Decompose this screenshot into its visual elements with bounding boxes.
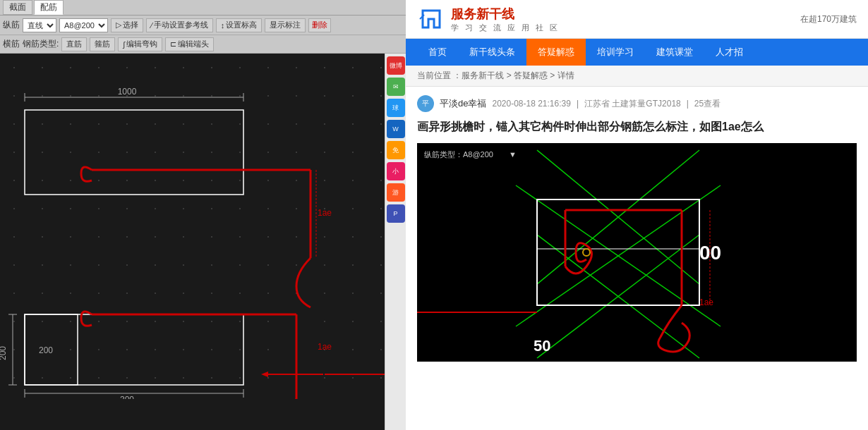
line-icon: ⁄ — [151, 21, 152, 30]
select-button[interactable]: ▷ 选择 — [111, 18, 143, 32]
nav-home[interactable]: 首页 — [417, 39, 458, 66]
straight-rebar-button[interactable]: 直筋 — [61, 37, 87, 51]
web-panel: 服务新干线 学 习 交 流 应 用 社 区 在超170万建筑 首页 新干线头条 … — [406, 0, 868, 430]
svg-text:300: 300 — [120, 395, 134, 399]
cad-toolbar-row1: 纵筋 直线 A8@200 ▷ 选择 ⁄ 手动设置参考线 ↕ 设置标高 显示标注 … — [0, 16, 406, 35]
separator1: | — [577, 99, 579, 109]
heng-label: 横筋 — [3, 38, 20, 50]
svg-text:1000: 1000 — [118, 87, 137, 97]
breadcrumb: 当前位置 ：服务新干线 > 答疑解惑 > 详情 — [406, 66, 868, 87]
email-icon[interactable]: ✉ — [387, 78, 405, 96]
edit-hook-button[interactable]: ∫ 编辑弯钩 — [118, 37, 162, 51]
tab-section[interactable]: 截面 — [3, 0, 32, 15]
delete-button[interactable]: 删除 — [308, 18, 331, 32]
stirrup-button[interactable]: 箍筋 — [90, 37, 115, 51]
post-views: 25查看 — [694, 98, 721, 110]
brand-subtitle: 学 习 交 流 应 用 社 区 — [451, 23, 560, 33]
nav-classroom[interactable]: 建筑课堂 — [645, 39, 704, 66]
world-icon[interactable]: 球 — [387, 99, 405, 117]
type-select[interactable]: 直线 — [23, 18, 56, 32]
game-icon[interactable]: 游 — [387, 183, 405, 202]
type-label2: 钢筋类型: — [23, 38, 59, 50]
web-nav: 首页 新干线头条 答疑解惑 培训学习 建筑课堂 人才招 — [406, 39, 868, 66]
svg-rect-28 — [417, 143, 857, 362]
svg-text:1ae: 1ae — [699, 297, 713, 307]
post-title: 画异形挑檐时，锚入其它构件时伸出部分钢筋怎么标注，如图1ae怎么 — [417, 119, 857, 135]
web-content: 平 平淡de幸福 2020-08-18 21:16:39 | 江苏省 土建算量G… — [406, 87, 868, 430]
xiaohongshu-icon[interactable]: 小 — [387, 162, 405, 180]
nav-talent[interactable]: 人才招 — [704, 39, 754, 66]
nav-qa[interactable]: 答疑解惑 — [526, 39, 586, 66]
author-avatar: 平 — [417, 95, 434, 112]
free-icon[interactable]: 免 — [387, 141, 405, 159]
word-icon[interactable]: W — [387, 120, 405, 138]
cursor-icon: ▷ — [116, 20, 121, 30]
svg-text:00: 00 — [699, 242, 721, 264]
cad-tab-bar: 截面 配筋 — [0, 0, 406, 16]
height-icon: ↕ — [221, 21, 225, 30]
weibo-icon[interactable]: 微博 — [387, 56, 405, 75]
tab-rebar[interactable]: 配筋 — [34, 0, 64, 15]
separator2: | — [687, 99, 689, 109]
hook-icon: ∫ — [123, 40, 125, 49]
svg-text:200: 200 — [39, 345, 53, 355]
brand-icon-svg — [417, 5, 445, 33]
end-icon: ⊏ — [170, 39, 176, 49]
post-meta: 平 平淡de幸福 2020-08-18 21:16:39 | 江苏省 土建算量G… — [417, 95, 857, 112]
cad-canvas[interactable]: 1000 200 200 300 — [0, 54, 406, 430]
web-header: 服务新干线 学 习 交 流 应 用 社 区 在超170万建筑 — [406, 0, 868, 39]
brand-text: 服务新干线 学 习 交 流 应 用 社 区 — [451, 6, 560, 33]
brand-logo: 服务新干线 学 习 交 流 应 用 社 区 — [417, 5, 560, 33]
cad-drawing-svg: 1000 200 200 300 — [0, 54, 385, 399]
manual-ref-button[interactable]: ⁄ 手动设置参考线 — [146, 18, 213, 32]
p-icon[interactable]: P — [387, 204, 405, 223]
cad-sidebar-icons: 微博 ✉ 球 W 免 小 游 P — [385, 54, 406, 430]
svg-text:50: 50 — [534, 337, 550, 355]
author-name[interactable]: 平淡de幸福 — [440, 97, 486, 110]
svg-text:纵筋类型：A8@200: 纵筋类型：A8@200 — [424, 150, 493, 159]
zong-label: 纵筋 — [3, 19, 20, 31]
svg-text:1ae: 1ae — [318, 208, 332, 218]
svg-text:200: 200 — [0, 346, 8, 360]
cad-panel: 截面 配筋 纵筋 直线 A8@200 ▷ 选择 ⁄ 手动设置参考线 ↕ 设置标高… — [0, 0, 406, 430]
svg-text:▼: ▼ — [509, 150, 517, 159]
cad-toolbar-row2: 横筋 钢筋类型: 直筋 箍筋 ∫ 编辑弯钩 ⊏ 编辑端头 — [0, 35, 406, 54]
nav-headline[interactable]: 新干线头条 — [458, 39, 526, 66]
show-mark-button[interactable]: 显示标注 — [265, 18, 306, 32]
rebar-select[interactable]: A8@200 — [59, 18, 108, 32]
post-date: 2020-08-18 21:16:39 — [492, 99, 570, 109]
nav-training[interactable]: 培训学习 — [586, 39, 645, 66]
header-right: 在超170万建筑 — [800, 13, 857, 25]
post-location: 江苏省 土建算量GTJ2018 — [584, 98, 681, 110]
set-height-button[interactable]: ↕ 设置标高 — [216, 18, 263, 32]
edit-end-button[interactable]: ⊏ 编辑端头 — [165, 37, 214, 51]
post-image: 纵筋类型：A8@200 ▼ — [417, 143, 857, 362]
brand-name: 服务新干线 — [451, 6, 560, 23]
svg-text:1ae: 1ae — [318, 342, 332, 352]
post-image-svg: 纵筋类型：A8@200 ▼ — [417, 143, 857, 362]
